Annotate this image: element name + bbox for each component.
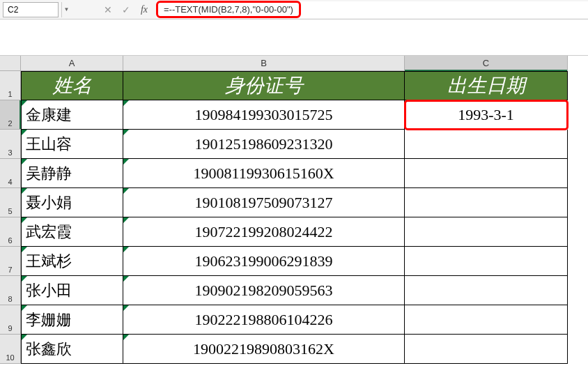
select-all-corner[interactable] (0, 56, 21, 71)
table-row: 张小田 190902198209059563 (21, 276, 568, 305)
formula-buttons: ✕ ✓ fx (99, 2, 153, 17)
cell-id[interactable]: 190902198209059563 (123, 276, 405, 305)
cell-id[interactable]: 190722199208024422 (123, 217, 405, 247)
cell-id[interactable]: 190984199303015725 (123, 100, 405, 130)
col-header-c[interactable]: C (405, 56, 568, 71)
error-indicator-icon (22, 247, 27, 252)
error-indicator-icon (123, 217, 129, 223)
col-header-b[interactable]: B (123, 56, 405, 71)
error-indicator-icon (22, 130, 27, 135)
row-header-6[interactable]: 6 (0, 217, 21, 247)
cell-name[interactable]: 武宏霞 (21, 217, 123, 247)
cell-name[interactable]: 张鑫欣 (21, 335, 123, 364)
table-row: 武宏霞 190722199208024422 (21, 217, 568, 247)
cell-birthdate[interactable] (405, 276, 568, 305)
row-header-1[interactable]: 1 (0, 71, 21, 100)
cell-id[interactable]: 19008119930615160X (123, 159, 405, 188)
cell-birthdate[interactable] (405, 247, 568, 276)
cell-id[interactable]: 190623199006291839 (123, 247, 405, 276)
error-indicator-icon (22, 159, 27, 164)
error-indicator-icon (123, 100, 129, 106)
table-row: 王山容 190125198609231320 (21, 130, 568, 159)
cell-birthdate[interactable] (405, 305, 568, 335)
error-indicator-icon (123, 130, 129, 135)
cell-name[interactable]: 吴静静 (21, 159, 123, 188)
cell-id[interactable]: 190108197509073127 (123, 188, 405, 217)
cell-birthdate[interactable] (405, 188, 568, 217)
error-indicator-icon (123, 247, 129, 252)
table-row: 聂小娟 190108197509073127 (21, 188, 568, 217)
cell-id[interactable]: 190222198806104226 (123, 305, 405, 335)
header-cell-name[interactable]: 姓名 (21, 71, 123, 100)
error-indicator-icon (123, 305, 129, 311)
row-header-7[interactable]: 7 (0, 247, 21, 276)
formula-input[interactable]: =--TEXT(MID(B2,7,8),"0-00-00") (156, 1, 588, 18)
name-box-dropdown-icon[interactable]: ▼ (61, 2, 71, 17)
error-indicator-icon (22, 305, 27, 311)
table-row: 姓名 身份证号 出生日期 (21, 71, 568, 100)
error-indicator-icon (123, 335, 129, 340)
error-indicator-icon (22, 276, 27, 282)
column-headers: A B C (0, 56, 588, 71)
error-indicator-icon (123, 188, 129, 194)
formula-bar: C2 ▼ ✕ ✓ fx =--TEXT(MID(B2,7,8),"0-00-00… (0, 0, 588, 20)
row-header-8[interactable]: 8 (0, 276, 21, 305)
error-indicator-icon (123, 276, 129, 282)
header-cell-id[interactable]: 身份证号 (123, 71, 405, 100)
cell-name[interactable]: 金康建 (21, 100, 123, 130)
confirm-icon[interactable]: ✓ (117, 2, 135, 17)
table-row: 吴静静 19008119930615160X (21, 159, 568, 188)
fx-icon[interactable]: fx (135, 2, 153, 17)
row-header-3[interactable]: 3 (0, 130, 21, 159)
cell-birthdate[interactable] (405, 159, 568, 188)
table-row: 张鑫欣 19002219890803162X (21, 335, 568, 364)
error-indicator-icon (22, 188, 27, 194)
expanded-formula-area (0, 20, 588, 56)
cell-name[interactable]: 聂小娟 (21, 188, 123, 217)
cell-birthdate[interactable] (405, 130, 568, 159)
cell-name[interactable]: 王山容 (21, 130, 123, 159)
cancel-icon[interactable]: ✕ (99, 2, 117, 17)
cell-name[interactable]: 李姗姗 (21, 305, 123, 335)
cell-name[interactable]: 张小田 (21, 276, 123, 305)
row-header-4[interactable]: 4 (0, 159, 21, 188)
name-box[interactable]: C2 (3, 2, 59, 17)
table-row: 王斌杉 190623199006291839 (21, 247, 568, 276)
error-indicator-icon (22, 217, 27, 223)
col-header-a[interactable]: A (21, 56, 123, 71)
cell-birthdate[interactable] (405, 335, 568, 364)
table-row: 金康建 190984199303015725 1993-3-1 (21, 100, 568, 130)
row-header-5[interactable]: 5 (0, 188, 21, 217)
row-headers: 1 2 3 4 5 6 7 8 9 10 (0, 71, 21, 364)
cell-birthdate[interactable]: 1993-3-1 (405, 100, 568, 130)
sheet-grid: 1 2 3 4 5 6 7 8 9 10 姓名 身份证号 出生日期 金康建 19… (0, 71, 588, 364)
row-header-10[interactable]: 10 (0, 335, 21, 364)
formula-text: =--TEXT(MID(B2,7,8),"0-00-00") (156, 1, 301, 18)
error-indicator-icon (22, 335, 27, 340)
table-row: 李姗姗 190222198806104226 (21, 305, 568, 335)
row-header-2[interactable]: 2 (0, 100, 21, 130)
grid-body: 姓名 身份证号 出生日期 金康建 190984199303015725 1993… (21, 71, 568, 364)
error-indicator-icon (22, 100, 27, 106)
cell-name[interactable]: 王斌杉 (21, 247, 123, 276)
error-indicator-icon (123, 159, 129, 164)
row-header-9[interactable]: 9 (0, 305, 21, 335)
header-cell-birthdate[interactable]: 出生日期 (405, 71, 568, 100)
name-box-value: C2 (8, 5, 18, 15)
cell-id[interactable]: 19002219890803162X (123, 335, 405, 364)
cell-id[interactable]: 190125198609231320 (123, 130, 405, 159)
cell-birthdate[interactable] (405, 217, 568, 247)
